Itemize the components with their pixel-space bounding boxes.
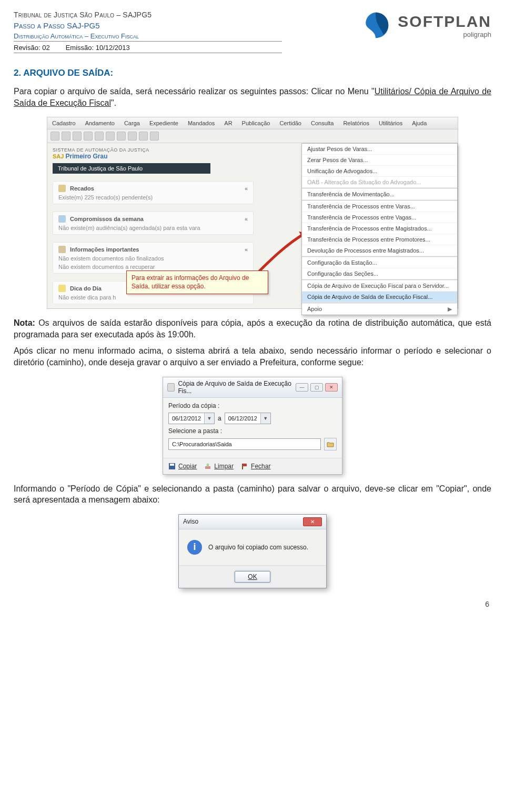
menu-item[interactable]: Unificação de Advogados...	[302, 166, 457, 177]
maximize-button[interactable]: ▢	[310, 383, 323, 392]
menu-item[interactable]: Cópia de Arquivo de Execução Fiscal para…	[302, 280, 457, 292]
close-button[interactable]: ✕	[303, 517, 322, 526]
hdr-line3: Distribuição Automática – Executivo Fisc…	[14, 32, 282, 40]
paragraph-2: Após clicar no menu informado acima, o s…	[14, 345, 491, 368]
tjsp-label: Tribunal de Justiça de São Paulo	[53, 163, 210, 174]
menu-item[interactable]: Transferência de Movimentação...	[302, 189, 457, 200]
limpar-button[interactable]: Limpar	[204, 463, 234, 470]
menu-relatórios[interactable]: Relatórios	[338, 117, 374, 129]
window-icon	[167, 383, 175, 392]
menu-item[interactable]: Transferência de Processos entre Promoto…	[302, 234, 457, 245]
pasta-label: Selecione a pasta :	[168, 427, 222, 435]
softplan-logo: SOFTPLAN poligraph	[361, 11, 491, 40]
menu-cadastro[interactable]: Cadastro	[47, 117, 80, 129]
menu-publicação[interactable]: Publicação	[237, 117, 275, 129]
menu-ajuda[interactable]: Ajuda	[407, 117, 431, 129]
dropdown-icon[interactable]: ▼	[204, 413, 214, 424]
logo-text-big: SOFTPLAN	[398, 13, 491, 31]
menu-item[interactable]: Cópia de Arquivo de Saída de Execução Fi…	[302, 292, 457, 303]
periodo-label: Período da cópia :	[168, 402, 219, 409]
toolbar-icon[interactable]	[95, 132, 104, 141]
section-title: 2. ARQUIVO DE SAÍDA:	[14, 68, 491, 78]
menu-expediente[interactable]: Expediente	[145, 117, 183, 129]
menu-item[interactable]: Zerar Pesos de Varas...	[302, 155, 457, 166]
toolbar[interactable]	[47, 129, 458, 143]
recados-icon	[58, 185, 66, 192]
info-icon: i	[187, 540, 202, 555]
calendar-icon	[58, 215, 66, 223]
paragraph-1: Para copiar o arquivo de saída, será nec…	[14, 86, 491, 108]
menu-mandados[interactable]: Mandados	[183, 117, 219, 129]
toolbar-icon[interactable]	[139, 132, 148, 141]
dialog-title: Cópia de Arquivo de Saída de Execução Fi…	[178, 380, 292, 395]
date-to-input[interactable]: 06/12/2012▼	[225, 413, 271, 424]
menu-andamento[interactable]: Andamento	[80, 117, 119, 129]
dialog-copia: Cópia de Arquivo de Saída de Execução Fi…	[163, 377, 342, 475]
menu-item[interactable]: Ajustar Pesos de Varas...	[302, 144, 457, 155]
save-icon	[168, 463, 176, 470]
chevron-icon: «	[245, 246, 248, 253]
utilitarios-dropdown[interactable]: Ajustar Pesos de Varas...Zerar Pesos de …	[301, 143, 458, 315]
bulb-icon	[58, 285, 66, 292]
emission-label: Emissão: 10/12/2013	[66, 44, 130, 52]
logo-text-small: poligraph	[398, 31, 491, 38]
panel-informacoes[interactable]: Informações importantes« Não existem doc…	[53, 242, 254, 274]
nota-paragraph: Nota: Os arquivos de saída estarão dispo…	[14, 317, 491, 340]
date-from-input[interactable]: 06/12/2012▼	[168, 413, 215, 424]
folder-icon	[327, 441, 334, 447]
fechar-button[interactable]: Fechar	[241, 463, 270, 470]
flag-icon	[241, 463, 248, 470]
toolbar-icon[interactable]	[117, 132, 126, 141]
screenshot-app: CadastroAndamentoCargaExpedienteMandados…	[47, 117, 458, 309]
panel-recados[interactable]: Recados« Existe(m) 225 recado(s) pendent…	[53, 181, 254, 204]
menu-item[interactable]: Apoio▶	[302, 304, 457, 315]
menu-consulta[interactable]: Consulta	[306, 117, 338, 129]
ok-button[interactable]: OK	[235, 571, 270, 583]
saj-pg-label: Primeiro Grau	[65, 153, 107, 160]
menu-item: OAB - Alteração da Situação do Advogado.…	[302, 177, 457, 188]
menu-ar[interactable]: AR	[219, 117, 237, 129]
menubar[interactable]: CadastroAndamentoCargaExpedienteMandados…	[47, 117, 458, 129]
path-input[interactable]: C:\Procuradorias\Saida	[168, 438, 321, 450]
menu-item[interactable]: Transferência de Processos entre Vagas..…	[302, 212, 457, 223]
panel-compromissos[interactable]: Compromissos da semana« Não existe(m) au…	[53, 212, 254, 235]
hdr-line1: Tribunal de Justiça São Paulo – SAJPG5	[14, 11, 282, 19]
aviso-title: Aviso	[183, 518, 198, 525]
dialog-aviso: Aviso ✕ i O arquivo foi copiado com suce…	[178, 514, 327, 588]
menu-item[interactable]: Configuração da Estação...	[302, 257, 457, 268]
toolbar-icon[interactable]	[106, 132, 115, 141]
hdr-line2: Passo a Passo SAJ-PG5	[14, 21, 282, 30]
menu-carga[interactable]: Carga	[119, 117, 145, 129]
copiar-button[interactable]: Copiar	[168, 463, 197, 470]
aviso-message: O arquivo foi copiado com sucesso.	[208, 544, 308, 551]
callout-tooltip: Para extrair as informações do Arquivo d…	[126, 270, 268, 294]
toolbar-icon[interactable]	[62, 132, 70, 141]
menu-item[interactable]: Configuração das Seções...	[302, 268, 457, 279]
menu-item[interactable]: Transferência de Processos entre Varas..…	[302, 201, 457, 212]
menu-certidão[interactable]: Certidão	[275, 117, 306, 129]
toolbar-icon[interactable]	[128, 132, 137, 141]
paragraph-3: Informando o "Período de Cópia" e seleci…	[14, 483, 491, 506]
close-button[interactable]: ✕	[325, 383, 338, 392]
svg-rect-3	[207, 464, 209, 467]
minimize-button[interactable]: —	[296, 383, 308, 392]
toolbar-icon[interactable]	[50, 132, 59, 141]
page-number: 6	[14, 600, 491, 608]
chevron-icon: «	[245, 216, 248, 222]
date-sep: a	[218, 415, 221, 422]
eraser-icon	[204, 463, 211, 470]
svg-rect-1	[170, 464, 174, 466]
dropdown-icon[interactable]: ▼	[260, 413, 270, 424]
toolbar-icon[interactable]	[150, 132, 159, 141]
browse-folder-button[interactable]	[324, 438, 337, 450]
chevron-icon: «	[245, 185, 248, 192]
toolbar-icon[interactable]	[73, 132, 82, 141]
menu-item[interactable]: Devolução de Processos entre Magistrados…	[302, 245, 457, 256]
menu-item[interactable]: Transferência de Processos entre Magistr…	[302, 223, 457, 234]
toolbar-icon[interactable]	[84, 132, 93, 141]
info-icon	[58, 246, 66, 253]
menu-utilitários[interactable]: Utilitários	[374, 117, 407, 129]
revision-label: Revisão: 02	[14, 44, 50, 52]
